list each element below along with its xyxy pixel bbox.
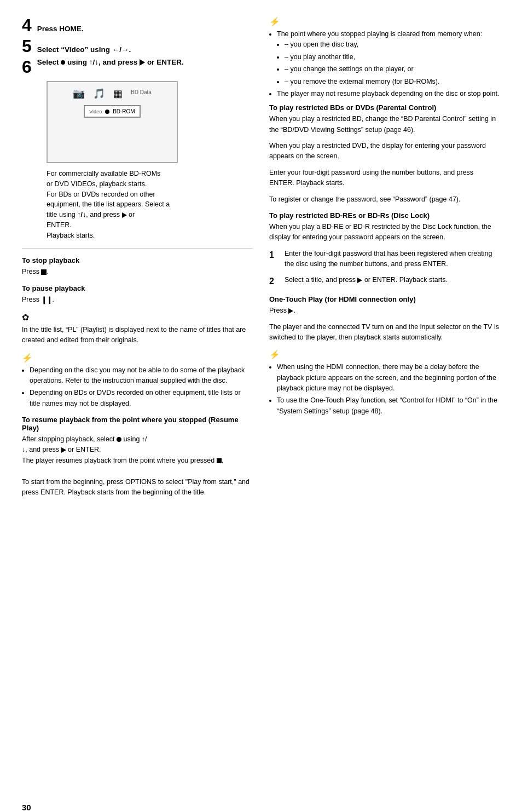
disc-lock-heading: To play restricted BD-REs or BD-Rs (Disc… — [269, 211, 500, 220]
parental-body-3: Enter your four-digit password using the… — [269, 168, 500, 189]
disc-lock-step-2-num: 2 — [269, 275, 278, 289]
caution-item-2: Depending on BDs or DVDs recorded on oth… — [30, 388, 253, 409]
grid-icon: ▦ — [113, 88, 123, 100]
step-4-number: 4 — [22, 16, 32, 34]
screen-top-icons: 📷 🎵 ▦ BD Data — [73, 88, 152, 100]
disc-lock-intro: When you play a BD-RE or BD-R restricted… — [269, 222, 500, 243]
stop-icon — [41, 269, 47, 275]
bd-data-label: BD Data — [131, 89, 152, 95]
play-icon-2 — [61, 447, 66, 453]
sub-caution-3: you change the settings on the player, o… — [285, 64, 500, 74]
play-icon-3 — [357, 278, 362, 283]
disc-lock-section: To play restricted BD-REs or BD-Rs (Disc… — [269, 211, 500, 289]
right-caution-list: The point where you stopped playing is c… — [269, 29, 500, 99]
hdmi-caution-list: When using the HDMI connection, there ma… — [269, 362, 500, 417]
step-5-line: 5 Select “Video” using ←/→. — [22, 37, 253, 55]
tip-icon: ✿ — [22, 312, 253, 323]
one-touch-section: One-Touch Play (for HDMI connection only… — [269, 295, 500, 343]
right-caution-item-1: The player may not resume playback depen… — [277, 89, 500, 99]
hdmi-caution-block: ⚡ When using the HDMI connection, there … — [269, 349, 500, 417]
step-4-text: Press HOME. — [37, 25, 84, 33]
screen-bd-rom-label: BD-ROM — [113, 108, 135, 114]
step-6-line: 6 Select using ↑/↓, and press or ENTER. — [22, 58, 253, 76]
right-caution-item-0: The point where you stopped playing is c… — [277, 29, 500, 87]
disc-lock-step-1-num: 1 — [269, 249, 278, 270]
parental-body-2: When you play a restricted DVD, the disp… — [269, 141, 500, 162]
sub-caution-4: you remove the external memory (for BD-R… — [285, 77, 500, 87]
screen-video-label: Video — [89, 109, 102, 114]
stop-playback-heading: To stop playback — [22, 256, 253, 264]
resume-section: To resume playback from the point where … — [22, 416, 253, 498]
hdmi-caution-icon: ⚡ — [269, 349, 500, 360]
stop-playback-section: To stop playback Press . — [22, 256, 253, 277]
resume-body: After stopping playback, select using ↑/… — [22, 434, 253, 498]
caution-icon-left: ⚡ — [22, 353, 253, 363]
caution-bullet-list: Depending on the disc you may not be abl… — [22, 365, 253, 410]
step-6-text: Select using ↑/↓, and press or ENTER. — [37, 58, 184, 66]
pause-icon: ❙❙ — [41, 295, 52, 306]
sub-caution-2: you play another title, — [285, 52, 500, 62]
stop-icon-2 — [217, 458, 222, 463]
screen-video-section: Video BD-ROM — [84, 105, 140, 118]
hdmi-caution-item-2: To use the One-Touch Play function, set … — [277, 395, 500, 417]
resume-heading: To resume playback from the point where … — [22, 416, 253, 432]
sub-caution-list: you open the disc tray, you play another… — [277, 39, 500, 87]
sub-caution-1: you open the disc tray, — [285, 39, 500, 50]
step-6-number: 6 — [22, 58, 32, 76]
circle-dot-icon — [117, 437, 121, 442]
caution-item-1: Depending on the disc you may not be abl… — [30, 365, 253, 387]
parental-body-4: To register or change the password, see … — [269, 194, 500, 205]
one-touch-body-1: Press . — [269, 306, 500, 316]
step-6-caption: For commercially available BD-ROMs or DV… — [47, 169, 253, 240]
camera-icon: 📷 — [73, 88, 85, 100]
disc-lock-step-1: 1 Enter the four-digit password that has… — [269, 249, 500, 270]
caution-icon-right: ⚡ — [269, 16, 500, 27]
pause-playback-body: Press ❙❙. — [22, 295, 253, 306]
one-touch-heading: One-Touch Play (for HDMI connection only… — [269, 295, 500, 303]
playlist-note-block: ✿ In the title list, “PL” (Playlist) is … — [22, 312, 253, 346]
playlist-note-body: In the title list, “PL” (Playlist) is di… — [22, 325, 253, 346]
screen-illustration: 📷 🎵 ▦ BD Data Video BD-ROM — [47, 81, 178, 163]
step-5-number: 5 — [22, 37, 32, 55]
parental-section: To play restricted BDs or DVDs (Parental… — [269, 103, 500, 205]
pause-playback-section: To pause playback Press ❙❙. — [22, 284, 253, 306]
screen-dot — [105, 110, 109, 114]
section-divider — [22, 248, 253, 249]
disc-lock-step-2: 2 Select a title, and press or ENTER. Pl… — [269, 275, 500, 289]
step-4-line: 4 Press HOME. — [22, 16, 253, 34]
play-icon-4 — [288, 308, 293, 314]
stop-playback-body: Press . — [22, 267, 253, 277]
parental-heading: To play restricted BDs or DVDs (Parental… — [269, 103, 500, 112]
hdmi-caution-item-1: When using the HDMI connection, there ma… — [277, 362, 500, 394]
page-number: 30 — [22, 803, 31, 812]
music-icon: 🎵 — [93, 88, 105, 100]
parental-body-1: When you play a restricted BD, change th… — [269, 114, 500, 135]
right-caution-block: ⚡ The point where you stopped playing is… — [269, 16, 500, 99]
step-5-text: Select “Video” using ←/→. — [37, 45, 131, 54]
pause-playback-heading: To pause playback — [22, 284, 253, 292]
one-touch-body-2: The player and the connected TV turn on … — [269, 322, 500, 343]
caution-block: ⚡ Depending on the disc you may not be a… — [22, 353, 253, 410]
disc-lock-step-2-text: Select a title, and press or ENTER. Play… — [285, 275, 448, 289]
bd-data-section: BD Data — [131, 92, 152, 95]
disc-lock-step-1-text: Enter the four-digit password that has b… — [285, 249, 500, 270]
play-icon — [140, 59, 145, 66]
